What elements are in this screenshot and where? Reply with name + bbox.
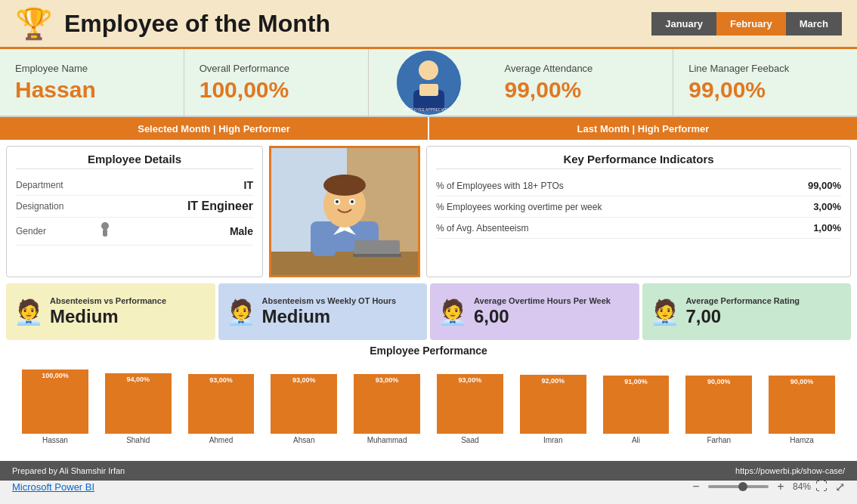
middle-section: Employee Details Department IT Designati…	[0, 140, 857, 283]
metrics-row: 🧑‍💼 Absenteeism vs Performance Medium 🧑‍…	[6, 283, 851, 340]
kpi-label-1: % Employees working overtime per week	[436, 202, 602, 212]
svg-rect-20	[353, 254, 401, 257]
metric-card-3: 🧑‍💼 Average Performance Rating 7,00	[642, 283, 852, 340]
svg-point-1	[419, 60, 438, 80]
main-container: 🏆 Employee of the Month January February…	[0, 0, 857, 468]
bar-name-1: Shahid	[126, 436, 150, 444]
bar-col-6: 92,00%Imran	[512, 375, 595, 444]
march-button[interactable]: March	[786, 12, 842, 36]
footer-right: https://powerbi.pk/show-case/	[735, 466, 845, 475]
svg-rect-6	[103, 229, 107, 237]
zoom-slider[interactable]	[708, 485, 769, 488]
february-button[interactable]: February	[716, 12, 786, 36]
bar-col-9: 90,00%Hamza	[760, 376, 843, 444]
zoom-out-button[interactable]: −	[688, 479, 704, 494]
metric-card-0: 🧑‍💼 Absenteeism vs Performance Medium	[6, 283, 215, 340]
zoom-controls: − + 84% ⛶ ⤢	[688, 479, 845, 494]
metric-content-0: Absenteeism vs Performance Medium	[50, 296, 208, 327]
header: 🏆 Employee of the Month January February…	[0, 0, 857, 49]
bar-8: 90,00%	[685, 376, 752, 434]
fullscreen-icon[interactable]: ⛶	[815, 480, 828, 494]
metric-card-2: 🧑‍💼 Average Overtime Hours Per Week 6,00	[430, 283, 639, 340]
employee-name-block: Employee Name Hassan	[0, 49, 184, 116]
external-link-icon[interactable]: ⤢	[835, 480, 845, 494]
bar-name-3: Ahsan	[293, 436, 314, 444]
bar-name-7: Ali	[632, 436, 640, 444]
metric-figure-3: 🧑‍💼	[650, 298, 680, 326]
gender-label: Gender	[16, 226, 84, 237]
bar-name-2: Ahmed	[209, 436, 234, 444]
metric-content-3: Average Performance Rating 7,00	[686, 296, 844, 327]
bar-label-9: 90,00%	[769, 378, 835, 385]
zoom-in-button[interactable]: +	[773, 479, 788, 494]
bar-name-5: Saad	[461, 436, 478, 444]
designation-value: IT Engineer	[84, 199, 253, 213]
performance-block: Overall Performance 100,00%	[184, 49, 369, 116]
department-label: Department	[16, 180, 84, 190]
bar-col-2: 93,00%Ahmed	[180, 374, 263, 444]
footer-left: Prepared by Ali Shamshir Irfan	[12, 466, 125, 475]
gender-icon	[99, 221, 111, 238]
svg-point-17	[351, 200, 354, 203]
photo-placeholder	[271, 148, 418, 275]
powerbi-link[interactable]: Microsoft Power BI	[12, 481, 94, 493]
svg-point-5	[101, 222, 109, 230]
bar-0: 100,00%	[22, 369, 88, 434]
bar-label-5: 93,00%	[437, 376, 503, 384]
bar-9: 90,00%	[769, 376, 835, 434]
bar-6: 92,00%	[520, 375, 586, 434]
kpi-label-2: % of Avg. Absenteeism	[436, 223, 529, 233]
svg-point-16	[336, 200, 339, 203]
metric-title-0: Absenteeism vs Performance	[50, 296, 208, 306]
metric-value-2: 6,00	[474, 306, 632, 327]
bar-label-0: 100,00%	[22, 372, 88, 379]
bar-name-0: Hassan	[42, 436, 68, 444]
bar-name-6: Imran	[543, 436, 563, 444]
svg-rect-19	[354, 240, 400, 255]
bar-7: 91,00%	[603, 376, 670, 434]
kpi-label-0: % of Employees with 18+ PTOs	[436, 181, 564, 191]
kpi-value-0: 99,00%	[808, 180, 841, 191]
metric-value-0: Medium	[50, 306, 208, 327]
metric-figure-2: 🧑‍💼	[438, 298, 468, 326]
designation-row: Designation IT Engineer	[16, 196, 253, 218]
chart-title: Employee Performance	[6, 345, 851, 357]
metric-title-2: Average Overtime Hours Per Week	[474, 296, 632, 306]
bar-label-8: 90,00%	[685, 378, 752, 385]
bar-label-7: 91,00%	[603, 378, 670, 385]
kpi-row-2: % of Avg. Absenteeism 1,00%	[436, 218, 841, 239]
chart-section: Employee Performance 100,00%Hassan94,00%…	[0, 340, 857, 461]
metric-value-3: 7,00	[686, 306, 844, 327]
svg-rect-21	[313, 243, 336, 256]
employee-details-panel: Employee Details Department IT Designati…	[6, 146, 263, 277]
bar-label-2: 93,00%	[188, 376, 255, 384]
metric-content-1: Absenteeism vs Weekly OT Hours Medium	[262, 296, 420, 327]
department-value: IT	[84, 179, 253, 191]
avatar-block: EMPLOYEE APPRECIATION	[369, 49, 490, 116]
bar-label-1: 94,00%	[105, 376, 172, 383]
employee-photo-svg	[271, 146, 418, 277]
gender-value: Male	[111, 225, 253, 237]
month-selector: January February March	[651, 12, 842, 36]
bar-3: 93,00%	[271, 374, 337, 434]
bar-4: 93,00%	[354, 374, 420, 434]
kpi-value-2: 1,00%	[813, 222, 841, 233]
bar-5: 93,00%	[437, 374, 503, 434]
employee-name-label: Employee Name	[15, 63, 169, 74]
bar-col-5: 93,00%Saad	[428, 374, 512, 444]
bottom-icons: ⛶ ⤢	[815, 480, 845, 494]
page-title: Employee of the Month	[64, 10, 651, 38]
kpi-value-1: 3,00%	[813, 201, 841, 212]
bar-col-3: 93,00%Ahsan	[262, 374, 345, 444]
designation-label: Designation	[16, 201, 84, 212]
attendance-value: 99,00%	[505, 77, 658, 103]
bar-2: 93,00%	[188, 374, 255, 434]
bar-col-4: 93,00%Muhammad	[345, 374, 428, 444]
january-button[interactable]: January	[651, 12, 716, 36]
kpi-panel: Key Performance Indicators % of Employee…	[426, 146, 851, 277]
bar-col-0: 100,00%Hassan	[14, 369, 97, 444]
bar-name-9: Hamza	[790, 436, 814, 444]
kpi-row-1: % Employees working overtime per week 3,…	[436, 196, 841, 218]
svg-point-13	[323, 175, 366, 196]
performance-value: 100,00%	[200, 77, 353, 103]
